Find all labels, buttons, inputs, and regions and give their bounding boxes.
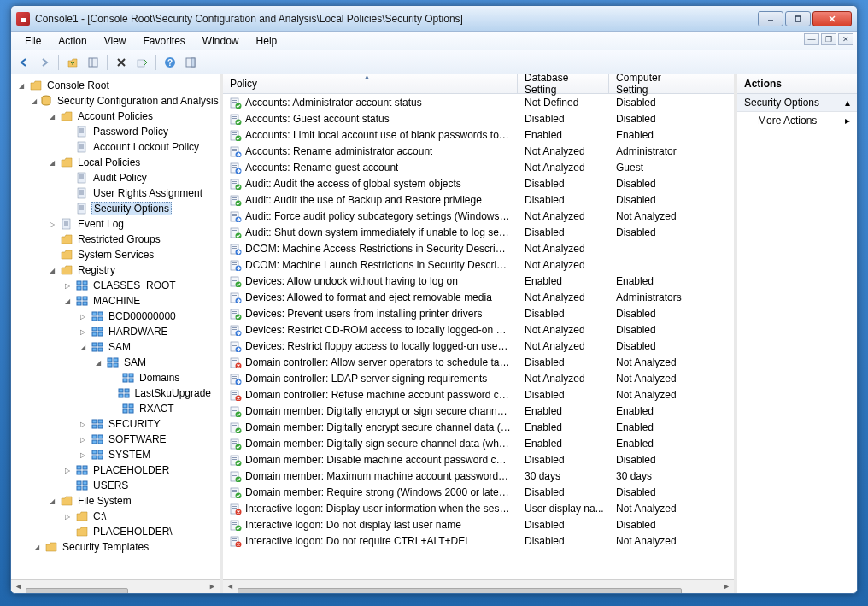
- mdi-minimize-button[interactable]: —: [804, 33, 819, 45]
- tree-item[interactable]: ◢MACHINE: [13, 293, 218, 309]
- collapse-icon[interactable]: ◢: [47, 497, 57, 505]
- tree-item[interactable]: ▷HARDWARE: [13, 324, 218, 339]
- collapse-icon[interactable]: ◢: [32, 97, 37, 105]
- collapse-icon[interactable]: ◢: [47, 159, 57, 167]
- tree-item[interactable]: ◢SAM: [13, 339, 218, 355]
- tree-item[interactable]: ◢SAM: [13, 355, 218, 370]
- list-scrollbar[interactable]: ◄ ►: [223, 579, 734, 593]
- menu-file[interactable]: File: [16, 33, 50, 49]
- tree-item[interactable]: ▷CLASSES_ROOT: [13, 278, 218, 293]
- tree-item[interactable]: ▷BCD00000000: [13, 309, 218, 324]
- up-button[interactable]: [63, 53, 82, 72]
- scroll-left-icon[interactable]: ◄: [223, 580, 238, 594]
- policy-row[interactable]: Accounts: Rename guest accountNot Analyz…: [223, 159, 734, 175]
- policy-row[interactable]: Interactive logon: Display user informat…: [223, 500, 734, 516]
- scroll-right-icon[interactable]: ►: [205, 580, 220, 594]
- policy-row[interactable]: Audit: Shut down system immediately if u…: [223, 224, 734, 240]
- mdi-close-button[interactable]: ✕: [838, 33, 853, 45]
- action-pane-button[interactable]: [181, 53, 200, 72]
- collapse-icon[interactable]: ◢: [78, 344, 88, 351]
- tree-item[interactable]: Security Options: [13, 201, 218, 216]
- list-view[interactable]: Accounts: Administrator account statusNo…: [223, 94, 734, 579]
- policy-row[interactable]: Interactive logon: Do not display last u…: [223, 516, 734, 532]
- tree-item[interactable]: ◢Registry: [13, 262, 218, 278]
- policy-row[interactable]: Domain controller: Allow server operator…: [223, 354, 734, 370]
- maximize-button[interactable]: [785, 11, 811, 26]
- tree-item[interactable]: ◢File System: [13, 493, 218, 509]
- expand-icon[interactable]: ▷: [78, 313, 88, 321]
- policy-row[interactable]: Devices: Prevent users from installing p…: [223, 305, 734, 321]
- collapse-icon[interactable]: ◢: [62, 297, 73, 305]
- delete-button[interactable]: [112, 53, 131, 72]
- policy-row[interactable]: Domain member: Digitally encrypt or sign…: [223, 403, 734, 419]
- policy-row[interactable]: Accounts: Limit local account use of bla…: [223, 126, 734, 143]
- tree-item[interactable]: Password Policy: [13, 124, 218, 139]
- collapse-icon[interactable]: ◢: [47, 113, 57, 121]
- policy-row[interactable]: Domain member: Require strong (Windows 2…: [223, 484, 734, 500]
- minimize-button[interactable]: [758, 11, 783, 26]
- policy-row[interactable]: DCOM: Machine Launch Restrictions in Sec…: [223, 256, 734, 273]
- mdi-restore-button[interactable]: ❐: [821, 33, 836, 45]
- tree-item[interactable]: System Services: [13, 247, 218, 262]
- column-header-policy[interactable]: Policy: [223, 74, 518, 93]
- tree-item[interactable]: ◢Security Configuration and Analysis: [13, 93, 218, 109]
- tree-scrollbar[interactable]: ◄ ►: [11, 579, 220, 593]
- policy-row[interactable]: Domain member: Maximum machine account p…: [223, 468, 734, 484]
- scroll-thumb[interactable]: [26, 588, 128, 593]
- policy-row[interactable]: Audit: Audit the access of global system…: [223, 175, 734, 191]
- scroll-right-icon[interactable]: ►: [719, 580, 734, 594]
- tree-item[interactable]: ▷SYSTEM: [13, 447, 218, 462]
- policy-row[interactable]: Devices: Restrict floppy access to local…: [223, 338, 734, 354]
- action-group-header[interactable]: Security Options ▴: [737, 94, 857, 112]
- policy-row[interactable]: Audit: Force audit policy subcategory se…: [223, 208, 734, 224]
- expand-icon[interactable]: ▷: [62, 467, 73, 474]
- tree-view[interactable]: ◢Console Root◢Security Configuration and…: [11, 74, 220, 579]
- policy-row[interactable]: Accounts: Guest account statusDisabledDi…: [223, 110, 734, 126]
- close-button[interactable]: [812, 11, 852, 26]
- tree-item[interactable]: Audit Policy: [13, 170, 218, 185]
- policy-row[interactable]: Interactive logon: Do not require CTRL+A…: [223, 532, 734, 549]
- expand-icon[interactable]: ▷: [78, 436, 88, 444]
- policy-row[interactable]: Domain member: Digitally encrypt secure …: [223, 419, 734, 435]
- policy-row[interactable]: Devices: Restrict CD-ROM access to local…: [223, 321, 734, 338]
- tree-item[interactable]: ▷C:\: [13, 509, 218, 524]
- policy-row[interactable]: Accounts: Rename administrator accountNo…: [223, 143, 734, 159]
- tree-item[interactable]: Domains: [13, 370, 218, 385]
- menu-action[interactable]: Action: [50, 33, 95, 49]
- collapse-icon[interactable]: ◢: [16, 82, 26, 90]
- column-header-database[interactable]: Database Setting: [518, 74, 609, 93]
- collapse-icon[interactable]: ◢: [93, 359, 103, 367]
- menu-window[interactable]: Window: [194, 33, 248, 49]
- expand-icon[interactable]: ▷: [78, 421, 88, 428]
- tree-item[interactable]: Restricted Groups: [13, 232, 218, 247]
- back-button[interactable]: [15, 53, 33, 72]
- tree-item[interactable]: LastSkuUpgrade: [13, 385, 218, 401]
- policy-row[interactable]: Devices: Allow undock without having to …: [223, 273, 734, 289]
- collapse-icon[interactable]: ◢: [47, 267, 57, 274]
- expand-icon[interactable]: ▷: [62, 513, 73, 521]
- collapse-icon[interactable]: ◢: [32, 544, 42, 551]
- expand-icon[interactable]: ▷: [62, 282, 73, 290]
- policy-row[interactable]: Accounts: Administrator account statusNo…: [223, 94, 734, 110]
- tree-item[interactable]: ◢Account Policies: [13, 109, 218, 124]
- forward-button[interactable]: [35, 53, 54, 72]
- tree-item[interactable]: ▷Event Log: [13, 216, 218, 232]
- policy-row[interactable]: Domain controller: Refuse machine accoun…: [223, 386, 734, 403]
- action-more-actions[interactable]: More Actions ▸: [737, 112, 857, 129]
- policy-row[interactable]: Domain member: Disable machine account p…: [223, 451, 734, 468]
- tree-item[interactable]: RXACT: [13, 401, 218, 416]
- scroll-thumb[interactable]: [238, 588, 682, 593]
- expand-icon[interactable]: ▷: [78, 451, 88, 459]
- tree-item[interactable]: ▷SOFTWARE: [13, 432, 218, 447]
- policy-row[interactable]: Domain controller: LDAP server signing r…: [223, 370, 734, 386]
- tree-item[interactable]: ▷SECURITY: [13, 416, 218, 432]
- tree-item[interactable]: USERS: [13, 478, 218, 493]
- menu-help[interactable]: Help: [248, 33, 286, 49]
- tree-item[interactable]: ◢Local Policies: [13, 155, 218, 170]
- titlebar[interactable]: Console1 - [Console Root\Security Config…: [11, 6, 857, 32]
- menu-view[interactable]: View: [96, 33, 135, 49]
- tree-item[interactable]: ◢Security Templates: [13, 539, 218, 555]
- scroll-left-icon[interactable]: ◄: [11, 580, 26, 594]
- tree-item[interactable]: PLACEHOLDER\: [13, 524, 218, 539]
- tree-item[interactable]: User Rights Assignment: [13, 185, 218, 201]
